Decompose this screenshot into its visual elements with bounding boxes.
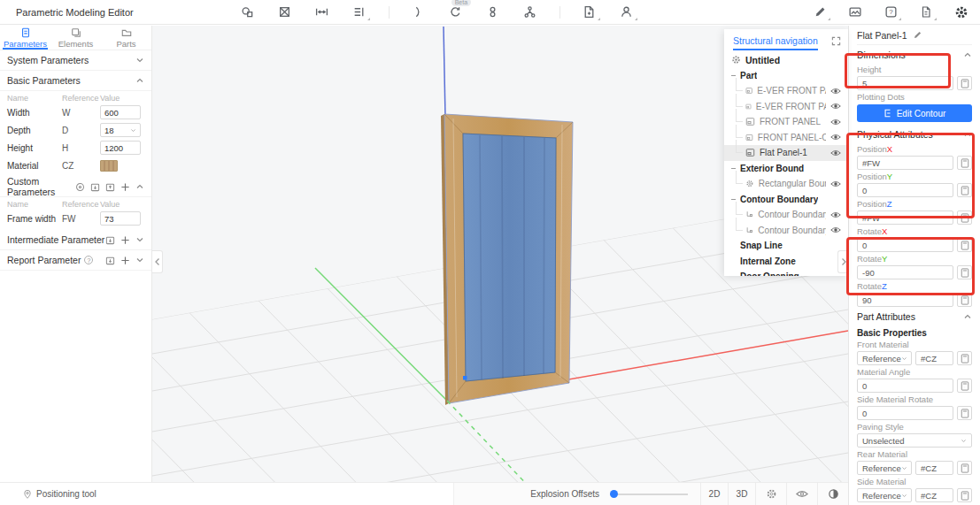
import-box-icon[interactable] bbox=[90, 182, 100, 192]
link-icon[interactable] bbox=[485, 4, 501, 20]
view-2d-button[interactable]: 2D bbox=[701, 489, 728, 499]
tree-root[interactable]: Untitled bbox=[724, 52, 848, 68]
arc-icon[interactable] bbox=[411, 4, 427, 20]
visibility-icon[interactable] bbox=[787, 490, 817, 498]
section-system-parameters[interactable]: System Parameters bbox=[0, 50, 151, 71]
collapse-left-panel-button[interactable] bbox=[152, 250, 163, 273]
rear-material-value[interactable]: #CZ bbox=[915, 461, 953, 475]
calculator-icon[interactable] bbox=[957, 210, 972, 225]
contrast-icon[interactable] bbox=[818, 488, 848, 500]
tab-elements[interactable]: Elements bbox=[50, 26, 101, 50]
add-icon[interactable] bbox=[120, 235, 130, 245]
media-icon[interactable] bbox=[847, 4, 863, 20]
tree-item[interactable]: E-VER FRONT PANEL bbox=[724, 83, 848, 99]
section-physical-attributes[interactable]: Physical Attributes bbox=[857, 126, 972, 142]
section-basic-parameters[interactable]: Basic Parameters bbox=[0, 71, 151, 91]
list-settings-icon[interactable] bbox=[351, 4, 367, 20]
position-z-input[interactable]: #FW bbox=[857, 210, 953, 225]
position-y-input[interactable]: 0 bbox=[857, 183, 953, 197]
document-icon[interactable] bbox=[918, 4, 934, 20]
eye-icon[interactable] bbox=[830, 226, 841, 233]
calculator-icon[interactable] bbox=[957, 265, 972, 279]
section-custom-parameters[interactable]: Custom Parameters bbox=[0, 177, 151, 197]
node-graph-icon[interactable] bbox=[522, 4, 538, 20]
width-input[interactable]: 600 bbox=[100, 105, 141, 119]
view-3d-button[interactable]: 3D bbox=[729, 489, 755, 499]
calculator-icon[interactable] bbox=[957, 351, 972, 365]
add-icon[interactable] bbox=[120, 182, 130, 192]
height-input[interactable]: 5 bbox=[857, 76, 953, 90]
chevron-down-icon[interactable] bbox=[135, 235, 144, 244]
tree-group-internal-zone[interactable]: Internal Zone bbox=[724, 254, 848, 270]
front-material-value[interactable]: #CZ bbox=[915, 351, 953, 365]
side-material-rotate-input[interactable]: 0 bbox=[857, 406, 953, 420]
tree-group-door-opening[interactable]: Door Opening bbox=[724, 269, 848, 276]
eye-icon[interactable] bbox=[830, 88, 841, 95]
front-material-select[interactable]: Reference bbox=[857, 351, 912, 365]
refresh-beta-icon[interactable]: Beta bbox=[448, 4, 464, 20]
position-x-input[interactable]: #FW bbox=[857, 156, 953, 170]
component-icon[interactable] bbox=[240, 4, 256, 20]
import-box-icon[interactable] bbox=[105, 235, 115, 245]
material-angle-input[interactable]: 0 bbox=[857, 379, 953, 393]
eye-icon[interactable] bbox=[830, 149, 841, 157]
disable-icon[interactable] bbox=[75, 182, 85, 192]
calculator-icon[interactable] bbox=[957, 76, 972, 90]
settings-gear-icon[interactable] bbox=[953, 4, 969, 20]
tree-group-exterior-bound[interactable]: Exterior Bound bbox=[724, 161, 848, 177]
view-settings-icon[interactable] bbox=[756, 488, 786, 500]
export-doc-icon[interactable] bbox=[582, 4, 598, 20]
eye-icon[interactable] bbox=[830, 103, 841, 110]
side-material-value[interactable]: #CZ bbox=[915, 488, 953, 502]
add-icon[interactable] bbox=[120, 256, 130, 265]
height-input[interactable]: 1200 bbox=[100, 141, 141, 155]
expand-panel-icon[interactable] bbox=[831, 36, 841, 46]
help-icon[interactable]: ? bbox=[883, 4, 899, 20]
section-dimensions[interactable]: Dimensions bbox=[857, 47, 972, 63]
tab-parts[interactable]: Parts bbox=[101, 26, 151, 50]
calculator-icon[interactable] bbox=[957, 379, 972, 393]
chevron-down-icon[interactable] bbox=[135, 256, 144, 264]
collapse-right-panel-button[interactable] bbox=[837, 250, 848, 273]
rename-pencil-icon[interactable] bbox=[913, 30, 922, 40]
import-box-icon[interactable] bbox=[105, 256, 115, 265]
structural-navigation-tab[interactable]: Structural navigation bbox=[733, 32, 818, 50]
calculator-icon[interactable] bbox=[957, 406, 972, 420]
section-report-parameter[interactable]: Report Parameter ? bbox=[0, 250, 151, 271]
rotate-z-input[interactable]: 90 bbox=[857, 293, 953, 307]
side-material-select[interactable]: Reference bbox=[857, 488, 912, 502]
tree-item[interactable]: E-VER FRONT PANEL-Co... bbox=[724, 99, 848, 115]
tree-item[interactable]: Contour Boundary-2 bbox=[724, 223, 848, 239]
chevron-up-icon[interactable] bbox=[135, 182, 144, 191]
tab-parameters[interactable]: Parameters bbox=[0, 26, 50, 50]
material-swatch[interactable] bbox=[100, 160, 118, 172]
tree-item[interactable]: Contour Boundary-1 bbox=[724, 207, 848, 223]
tree-item[interactable]: Rectangular Bound bbox=[724, 176, 848, 192]
frame-width-input[interactable]: 73 bbox=[100, 211, 141, 226]
tree-group-snap-line[interactable]: Snap Line bbox=[724, 238, 848, 254]
eye-icon[interactable] bbox=[830, 119, 841, 126]
tree-item-selected[interactable]: Flat Panel-1 bbox=[724, 145, 848, 161]
calculator-icon[interactable] bbox=[957, 156, 972, 170]
tree-group-part[interactable]: Part bbox=[724, 68, 848, 84]
eye-icon[interactable] bbox=[830, 211, 841, 218]
rotate-y-input[interactable]: -90 bbox=[857, 265, 953, 279]
tree-group-contour-boundary[interactable]: Contour Boundary bbox=[724, 192, 848, 208]
edit-contour-button[interactable]: Edit Contour bbox=[857, 104, 972, 122]
rear-material-select[interactable]: Reference bbox=[857, 461, 912, 475]
export-box-icon[interactable] bbox=[105, 182, 115, 192]
measure-icon[interactable] bbox=[314, 4, 330, 20]
explosion-offsets-slider[interactable] bbox=[610, 494, 688, 495]
section-part-attributes[interactable]: Part Attributes bbox=[857, 309, 972, 325]
rotate-x-input[interactable]: 0 bbox=[857, 238, 953, 252]
calculator-icon[interactable] bbox=[957, 183, 972, 197]
eye-icon[interactable] bbox=[830, 134, 841, 141]
calculator-icon[interactable] bbox=[957, 238, 972, 252]
account-icon[interactable] bbox=[619, 4, 635, 20]
calculator-icon[interactable] bbox=[957, 461, 972, 475]
eye-icon[interactable] bbox=[830, 180, 841, 187]
material-grid-icon[interactable] bbox=[277, 4, 293, 20]
tree-item[interactable]: FRONT PANEL-Copy bbox=[724, 130, 848, 146]
edit-pencil-icon[interactable] bbox=[812, 4, 828, 20]
calculator-icon[interactable] bbox=[957, 293, 972, 307]
